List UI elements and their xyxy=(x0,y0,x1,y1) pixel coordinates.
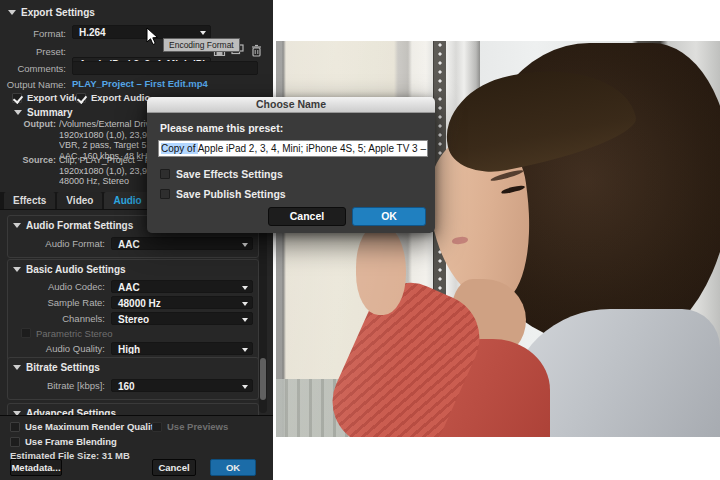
sample-rate-dropdown[interactable]: 48000 Hz xyxy=(111,296,253,309)
comments-input[interactable] xyxy=(72,61,258,75)
section-title: Advanced Settings xyxy=(26,408,116,415)
chevron-down-icon xyxy=(242,348,248,352)
parametric-stereo-checkbox xyxy=(21,328,31,338)
checkbox-checked-icon xyxy=(12,93,22,103)
checkbox-icon xyxy=(160,189,170,199)
format-dropdown[interactable]: H.264 xyxy=(72,25,211,39)
collapse-triangle-icon xyxy=(13,365,21,370)
chevron-down-icon xyxy=(242,385,248,389)
export-audio-label: Export Audio xyxy=(91,92,150,103)
use-max-render-quality-checkbox[interactable]: Use Maximum Render Quality xyxy=(10,421,159,432)
preset-name-input[interactable]: Copy of Apple iPad 2, 3, 4, Mini; iPhone… xyxy=(158,140,428,157)
audio-format-value: AAC xyxy=(118,239,140,250)
cancel-button[interactable]: Cancel xyxy=(152,459,196,476)
bitrate-settings-section: Bitrate Settings Bitrate [kbps]: 160 xyxy=(7,357,259,400)
chevron-down-icon xyxy=(242,243,248,247)
basic-audio-settings-header[interactable]: Basic Audio Settings xyxy=(13,264,253,275)
dialog-prompt: Please name this preset: xyxy=(160,122,283,134)
dialog-body: Please name this preset: Copy of Apple i… xyxy=(147,113,435,233)
export-settings-panel: Export Settings Format: H.264 Preset: Ap… xyxy=(0,0,273,480)
channels-value: Stereo xyxy=(118,314,149,325)
summary-output-label: Output: xyxy=(0,119,56,129)
dialog-cancel-button[interactable]: Cancel xyxy=(268,207,346,226)
audio-codec-label: Audio Codec: xyxy=(13,281,105,292)
basic-audio-settings-section: Basic Audio Settings Audio Codec: AAC Sa… xyxy=(7,259,259,363)
format-label: Format: xyxy=(0,28,66,39)
save-effects-settings-checkbox[interactable]: Save Effects Settings xyxy=(160,168,283,180)
sample-rate-value: 48000 Hz xyxy=(118,298,161,309)
collapse-triangle-icon xyxy=(13,223,21,228)
section-title: Bitrate Settings xyxy=(26,362,100,373)
audio-format-label: Audio Format: xyxy=(13,238,105,249)
checkbox-icon xyxy=(160,169,170,179)
save-publish-settings-checkbox[interactable]: Save Publish Settings xyxy=(160,188,286,200)
use-max-render-quality-label: Use Maximum Render Quality xyxy=(25,421,159,432)
output-name-link[interactable]: PLAY_Project – First Edit.mp4 xyxy=(72,78,208,89)
section-title: Audio Format Settings xyxy=(26,220,133,231)
chevron-down-icon xyxy=(200,31,206,35)
collapse-triangle-icon xyxy=(13,267,21,272)
use-previews-label: Use Previews xyxy=(167,421,228,432)
selected-text: Copy of xyxy=(161,143,198,154)
sample-rate-label: Sample Rate: xyxy=(13,297,105,308)
audio-quality-label: Audio Quality: xyxy=(13,343,105,354)
bitrate-dropdown[interactable]: 160 xyxy=(111,379,253,392)
use-frame-blending-checkbox[interactable]: Use Frame Blending xyxy=(10,436,117,447)
dialog-title-bar[interactable]: Choose Name xyxy=(147,97,435,113)
audio-tab-content: Audio Format Settings Audio Format: AAC … xyxy=(0,211,273,415)
channels-label: Channels: xyxy=(13,313,105,324)
channels-dropdown[interactable]: Stereo xyxy=(111,312,253,325)
audio-codec-dropdown[interactable]: AAC xyxy=(111,280,253,293)
tab-video[interactable]: Video xyxy=(57,192,102,209)
panel-footer: Use Maximum Render Quality Use Previews … xyxy=(0,415,273,480)
export-audio-checkbox[interactable]: Export Audio xyxy=(76,92,150,103)
parametric-stereo-label: Parametric Stereo xyxy=(36,328,113,339)
export-settings-title: Export Settings xyxy=(21,7,95,18)
choose-name-dialog: Choose Name Please name this preset: Cop… xyxy=(147,97,435,233)
ok-button[interactable]: OK xyxy=(210,459,256,476)
chevron-down-icon xyxy=(242,302,248,306)
vertical-scrollbar-thumb[interactable] xyxy=(260,358,266,400)
metadata-button[interactable]: Metadata... xyxy=(10,459,62,476)
summary-source-label: Source: xyxy=(0,155,56,165)
chevron-down-icon xyxy=(242,286,248,290)
save-effects-settings-label: Save Effects Settings xyxy=(176,168,283,180)
checkbox-checked-icon xyxy=(76,93,86,103)
mouse-cursor-icon xyxy=(146,27,159,46)
delete-preset-icon[interactable] xyxy=(250,44,263,57)
audio-format-dropdown[interactable]: AAC xyxy=(111,237,253,250)
format-value: H.264 xyxy=(79,27,106,38)
export-settings-header[interactable]: Export Settings xyxy=(8,7,95,18)
bitrate-settings-header[interactable]: Bitrate Settings xyxy=(13,362,253,373)
bitrate-label: Bitrate [kbps]: xyxy=(13,380,105,391)
comments-label: Comments: xyxy=(0,63,66,74)
advanced-settings-section: Advanced Settings xyxy=(7,403,259,415)
advanced-settings-header[interactable]: Advanced Settings xyxy=(13,408,253,415)
output-name-label: Output Name: xyxy=(0,79,66,90)
collapse-triangle-icon xyxy=(14,110,22,115)
export-video-checkbox[interactable]: Export Video xyxy=(12,92,85,103)
audio-quality-value: High xyxy=(118,344,140,355)
chevron-down-icon xyxy=(242,318,248,322)
use-frame-blending-label: Use Frame Blending xyxy=(25,436,117,447)
checkbox-icon xyxy=(152,422,162,432)
bitrate-value: 160 xyxy=(118,381,135,392)
summary-title: Summary xyxy=(27,107,73,118)
checkbox-icon xyxy=(10,422,20,432)
collapse-triangle-icon xyxy=(8,10,16,15)
audio-codec-value: AAC xyxy=(118,282,140,293)
use-previews-checkbox: Use Previews xyxy=(152,421,228,432)
tab-audio[interactable]: Audio xyxy=(104,192,150,209)
preset-label: Preset: xyxy=(0,46,66,57)
summary-header[interactable]: Summary xyxy=(14,107,73,118)
input-rest-text: Apple iPad 2, 3, 4, Mini; iPhone 4S, 5; … xyxy=(198,143,428,154)
audio-quality-dropdown[interactable]: High xyxy=(111,342,253,355)
save-publish-settings-label: Save Publish Settings xyxy=(176,188,286,200)
encoding-format-tooltip: Encoding Format xyxy=(163,38,240,52)
checkbox-icon xyxy=(10,437,20,447)
section-title: Basic Audio Settings xyxy=(26,264,126,275)
tab-effects[interactable]: Effects xyxy=(4,192,55,209)
dialog-ok-button[interactable]: OK xyxy=(352,207,426,226)
